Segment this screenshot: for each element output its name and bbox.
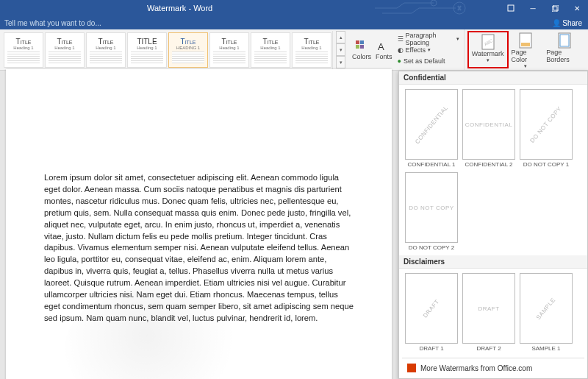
svg-text:A: A <box>378 41 384 52</box>
document-body-text[interactable]: Lorem ipsum dolor sit amet, consectetuer… <box>44 172 354 325</box>
watermark-thumb[interactable]: CONFIDENTIALCONFIDENTIAL 2 <box>462 89 515 168</box>
custom-watermark[interactable]: Custom Watermark... <box>399 376 587 379</box>
svg-rect-3 <box>552 7 557 12</box>
decorative-circuit <box>368 0 500 16</box>
colors-icon <box>355 40 368 53</box>
close-button[interactable]: ✕ <box>566 0 588 16</box>
effects-icon: ◐ <box>398 46 404 54</box>
window-settings-icon[interactable] <box>500 0 522 16</box>
scroll-more-icon[interactable]: ▾ <box>336 56 345 68</box>
style-tile-3[interactable]: TITLEHeading 1 <box>127 32 167 68</box>
svg-rect-16 <box>407 364 416 372</box>
page-color-icon <box>517 32 534 49</box>
style-gallery[interactable]: TitleHeading 1TitleHeading 1TitleHeading… <box>3 31 333 69</box>
watermark-gallery-panel: Confidential CONFIDENTIALCONFIDENTIAL 1C… <box>398 71 588 379</box>
title-bar: Watermark - Word ─ ✕ <box>0 0 588 16</box>
disclaimer-thumbs: DRAFTDRAFT 1DRAFTDRAFT 2SAMPLESAMPLE 1 <box>399 269 587 356</box>
svg-rect-13 <box>521 43 530 46</box>
scroll-down-icon[interactable]: ▾ <box>336 43 345 56</box>
panel-section-disclaimers: Disclaimers <box>399 255 587 269</box>
tell-me-input[interactable]: Tell me what you want to do... <box>4 19 101 27</box>
watermark-thumb[interactable]: DRAFTDRAFT 2 <box>462 273 515 352</box>
style-tile-5[interactable]: TitleHeading 1 <box>209 32 249 68</box>
window-controls: ─ ✕ <box>500 0 588 16</box>
office-icon <box>406 363 417 373</box>
watermark-button[interactable]: ABC Watermark▾ <box>467 31 509 68</box>
style-gallery-scroll[interactable]: ▴ ▾ ▾ <box>336 31 345 68</box>
watermark-thumb[interactable]: SAMPLESAMPLE 1 <box>520 273 573 352</box>
page-borders-button[interactable]: Page Borders <box>543 31 585 68</box>
svg-rect-6 <box>360 40 364 44</box>
confidential-thumbs: CONFIDENTIALCONFIDENTIAL 1CONFIDENTIALCO… <box>399 85 587 255</box>
watermark-thumb[interactable]: CONFIDENTIALCONFIDENTIAL 1 <box>405 89 458 168</box>
set-default-button[interactable]: ●Set as Default <box>398 56 459 66</box>
style-tile-4[interactable]: TitleHEADING 1 <box>168 32 208 68</box>
document-page[interactable]: Lorem ipsum dolor sit amet, consectetuer… <box>6 69 392 379</box>
style-tile-2[interactable]: TitleHeading 1 <box>86 32 126 68</box>
paragraph-spacing-icon: ☰ <box>398 35 404 43</box>
document-area: Lorem ipsum dolor sit amet, consectetuer… <box>0 71 588 379</box>
minimize-button[interactable]: ─ <box>522 0 544 16</box>
panel-section-confidential: Confidential <box>399 71 587 85</box>
effects-button[interactable]: ◐Effects ▾ <box>398 45 459 55</box>
page-borders-icon <box>556 32 573 49</box>
paragraph-spacing-button[interactable]: ☰Paragraph Spacing ▾ <box>398 34 459 44</box>
colors-button[interactable]: Colors <box>350 31 373 68</box>
watermark-thumb[interactable]: DRAFTDRAFT 1 <box>405 273 458 352</box>
svg-rect-7 <box>356 45 359 49</box>
check-icon: ● <box>398 57 401 65</box>
watermark-icon: ABC <box>480 34 496 50</box>
maximize-button[interactable] <box>544 0 566 16</box>
tell-me-bar: Tell me what you want to do... 👤 Share <box>0 16 588 29</box>
ribbon: TitleHeading 1TitleHeading 1TitleHeading… <box>0 29 588 71</box>
window-title: Watermark - Word <box>147 4 212 13</box>
svg-rect-2 <box>508 5 514 11</box>
fonts-icon: A <box>377 40 390 53</box>
share-button[interactable]: 👤 Share <box>552 19 582 27</box>
watermark-thumb[interactable]: DO NOT COPYDO NOT COPY 2 <box>405 172 458 251</box>
more-watermarks-office[interactable]: More Watermarks from Office.com <box>399 360 587 376</box>
scroll-up-icon[interactable]: ▴ <box>336 31 345 43</box>
page-color-button[interactable]: Page Color▾ <box>509 31 544 68</box>
style-tile-1[interactable]: TitleHeading 1 <box>45 32 85 68</box>
watermark-thumb[interactable]: DO NOT COPYDO NOT COPY 1 <box>520 89 573 168</box>
svg-rect-8 <box>360 45 364 49</box>
svg-rect-4 <box>553 5 559 10</box>
style-tile-6[interactable]: TitleHeading 1 <box>251 32 290 68</box>
fonts-button[interactable]: A Fonts <box>373 31 395 68</box>
style-tile-0[interactable]: TitleHeading 1 <box>4 32 43 68</box>
svg-rect-5 <box>356 40 359 44</box>
style-tile-7[interactable]: TitleHeading 1 <box>292 32 331 68</box>
